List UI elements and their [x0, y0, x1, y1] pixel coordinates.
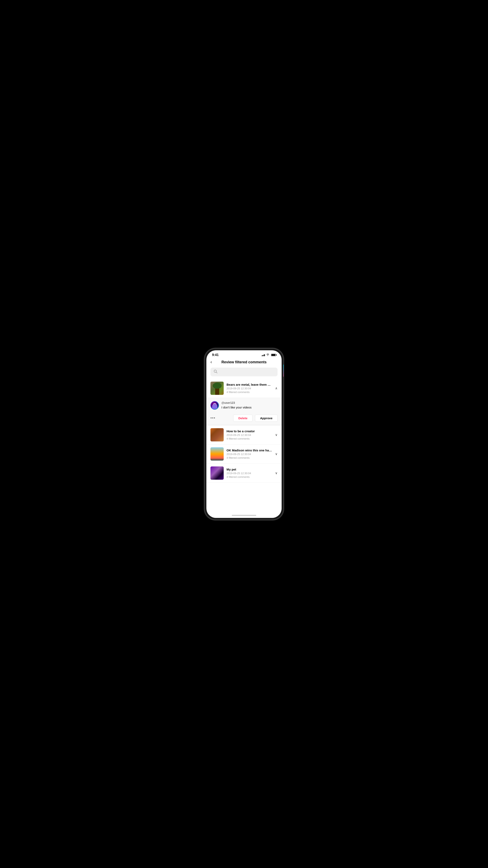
avatar-face: [212, 404, 217, 409]
video-info-bears: Bears are metal, leave them alone 2019-0…: [227, 383, 272, 394]
search-bar[interactable]: [210, 368, 278, 376]
more-options-button[interactable]: •••: [210, 416, 231, 420]
video-title-pet: My pet: [227, 468, 272, 471]
chevron-down-icon-creator: ∨: [275, 433, 278, 437]
video-thumb-madison: [210, 447, 224, 461]
video-info-pet: My pet 2019-09-25 12:30:04 4 filtered co…: [227, 468, 272, 478]
battery-fill: [271, 354, 275, 356]
comment-text: I don't like your videos: [221, 405, 278, 409]
video-thumb-creator: [210, 428, 224, 441]
video-item-pet[interactable]: My pet 2019-09-25 12:30:04 4 filtered co…: [206, 464, 282, 483]
video-thumb-pet: [210, 466, 224, 480]
phone-screen: 9:41: [206, 350, 282, 518]
video-date-creator: 2019-09-25 12:30:04: [227, 433, 272, 437]
content-area: Bears are metal, leave them alone 2019-0…: [206, 379, 282, 513]
chevron-up-icon-bears: ∧: [275, 386, 278, 390]
search-icon: [214, 370, 217, 374]
video-filter-count-bears: 4 filtered comments: [227, 391, 272, 394]
video-date-pet: 2019-09-25 12:30:04: [227, 472, 272, 475]
avatar-user123: [210, 401, 219, 410]
status-icons: [262, 353, 276, 356]
back-button[interactable]: ‹: [210, 360, 212, 364]
wifi-icon: [266, 353, 269, 356]
signal-bar-2: [262, 355, 263, 356]
video-item-madison[interactable]: OK Madison wins this one hahaha... 2019-…: [206, 444, 282, 464]
video-title-bears: Bears are metal, leave them alone: [227, 383, 272, 386]
comment-content: @user123 I don't like your videos: [221, 401, 278, 409]
thumb-inner-bears: [210, 382, 224, 395]
comment-item: @user123 I don't like your videos: [206, 398, 282, 413]
signal-icon: [262, 354, 265, 356]
chevron-down-icon-madison: ∨: [275, 452, 278, 456]
status-time: 9:41: [212, 353, 219, 357]
delete-button[interactable]: Delete: [233, 414, 253, 422]
status-bar: 9:41: [206, 350, 282, 359]
signal-bar-3: [263, 354, 264, 356]
svg-line-1: [216, 372, 217, 373]
video-info-madison: OK Madison wins this one hahaha... 2019-…: [227, 448, 272, 459]
video-title-madison: OK Madison wins this one hahaha...: [227, 448, 272, 452]
header: ‹ Review filtered comments: [206, 359, 282, 367]
avatar-inner: [211, 402, 218, 409]
video-date-madison: 2019-09-25 12:30:04: [227, 453, 272, 456]
search-input[interactable]: [219, 370, 274, 374]
video-thumb-bears: [210, 382, 224, 395]
phone-frame: 9:41: [204, 348, 284, 520]
video-item-creator[interactable]: How to be a creator 2019-09-25 12:30:04 …: [206, 425, 282, 444]
video-info-creator: How to be a creator 2019-09-25 12:30:04 …: [227, 429, 272, 440]
chevron-down-icon-pet: ∨: [275, 471, 278, 475]
home-indicator: [206, 513, 282, 518]
signal-bar-1: [262, 355, 262, 356]
comment-username: @user123: [221, 401, 278, 404]
bears-tree-decoration: [215, 387, 219, 395]
video-filter-count-madison: 4 filtered comments: [227, 456, 272, 459]
comment-actions: ••• Delete Approve: [206, 413, 282, 425]
page-title: Review filtered comments: [210, 360, 278, 364]
video-item-bears[interactable]: Bears are metal, leave them alone 2019-0…: [206, 379, 282, 398]
video-date-bears: 2019-09-25 12:30:04: [227, 387, 272, 390]
expanded-section-bears: @user123 I don't like your videos ••• De…: [206, 398, 282, 425]
video-filter-count-creator: 4 filtered comments: [227, 437, 272, 440]
video-filter-count-pet: 4 filtered comments: [227, 475, 272, 478]
approve-button[interactable]: Approve: [255, 414, 278, 422]
signal-bar-4: [264, 354, 265, 356]
video-title-creator: How to be a creator: [227, 429, 272, 433]
home-bar: [232, 515, 256, 516]
battery-icon: [271, 354, 276, 356]
